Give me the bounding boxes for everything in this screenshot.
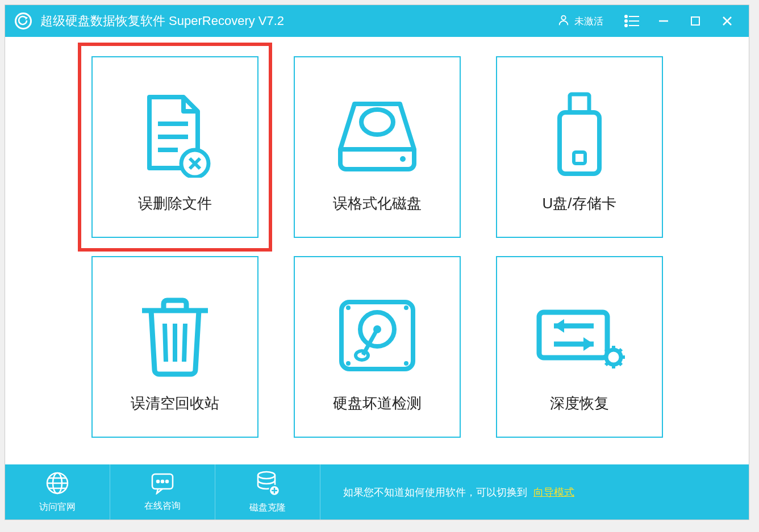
app-window: 超级硬盘数据恢复软件 SuperRecovery V7.2 未激活 xyxy=(5,5,749,520)
svg-point-36 xyxy=(404,305,408,310)
document-delete-icon xyxy=(138,81,212,189)
svg-point-3 xyxy=(561,15,565,19)
svg-point-4 xyxy=(625,15,627,18)
disk-check-icon xyxy=(335,281,420,389)
svg-point-37 xyxy=(346,361,351,366)
svg-point-38 xyxy=(404,361,408,366)
svg-point-8 xyxy=(625,24,627,27)
deep-recover-icon xyxy=(531,281,628,389)
option-deleted-files[interactable]: 误删除文件 xyxy=(91,56,258,238)
option-formatted-disk[interactable]: 误格式化磁盘 xyxy=(294,56,461,238)
option-label: 硬盘坏道检测 xyxy=(333,393,422,413)
chat-icon xyxy=(150,472,175,497)
svg-point-35 xyxy=(346,305,351,310)
option-bad-sector[interactable]: 硬盘坏道检测 xyxy=(294,256,461,438)
drive-scan-icon xyxy=(335,81,420,189)
option-recycle-bin[interactable]: 误清空回收站 xyxy=(91,256,258,438)
app-title: 超级硬盘数据恢复软件 SuperRecovery V7.2 xyxy=(40,12,557,30)
activation-button[interactable]: 未激活 xyxy=(557,14,603,29)
disk-clone-icon xyxy=(255,470,280,499)
svg-rect-23 xyxy=(570,94,589,112)
option-usb-card[interactable]: U盘/存储卡 xyxy=(496,56,663,238)
svg-rect-25 xyxy=(574,152,585,164)
wizard-mode-link[interactable]: 向导模式 xyxy=(533,487,574,498)
svg-point-58 xyxy=(161,480,164,483)
svg-point-34 xyxy=(356,351,368,360)
footer-btn-label: 访问官网 xyxy=(39,501,76,513)
trash-icon xyxy=(135,281,215,389)
svg-point-57 xyxy=(157,480,159,483)
svg-point-20 xyxy=(361,110,393,135)
footer-hint-text: 如果您不知道如何使用软件，可以切换到 xyxy=(343,487,527,498)
svg-point-59 xyxy=(166,480,168,483)
activation-status: 未激活 xyxy=(574,15,603,28)
svg-point-60 xyxy=(258,472,275,479)
option-label: 误格式化磁盘 xyxy=(333,194,422,213)
options-grid: 误删除文件 误格式化磁盘 xyxy=(91,56,663,438)
footer-hint: 如果您不知道如何使用软件，可以切换到 向导模式 xyxy=(320,485,749,499)
svg-rect-11 xyxy=(691,17,699,25)
maximize-button[interactable] xyxy=(679,5,711,37)
titlebar: 超级硬盘数据恢复软件 SuperRecovery V7.2 未激活 xyxy=(5,5,749,37)
svg-line-52 xyxy=(619,349,622,352)
footer: 访问官网 在线咨询 磁盘克隆 如果您不知道如何使用软件，可以切换到 向导模式 xyxy=(5,464,749,520)
usb-icon xyxy=(554,81,605,189)
globe-icon xyxy=(45,471,70,498)
option-label: 误清空回收站 xyxy=(131,393,219,413)
footer-chat-button[interactable]: 在线咨询 xyxy=(110,464,215,520)
footer-clone-button[interactable]: 磁盘克隆 xyxy=(215,464,320,520)
svg-line-51 xyxy=(606,362,608,365)
option-label: U盘/存储卡 xyxy=(543,194,616,213)
menu-button[interactable] xyxy=(616,5,648,37)
svg-rect-39 xyxy=(539,312,607,358)
option-deep-recovery[interactable]: 深度恢复 xyxy=(496,256,663,438)
main-content: 误删除文件 误格式化磁盘 xyxy=(5,37,749,464)
option-label: 深度恢复 xyxy=(550,393,609,413)
svg-line-29 xyxy=(184,324,185,362)
svg-line-50 xyxy=(619,362,622,365)
svg-point-22 xyxy=(400,156,406,162)
close-button[interactable] xyxy=(711,5,743,37)
footer-btn-label: 在线咨询 xyxy=(144,500,181,512)
svg-point-6 xyxy=(625,20,627,22)
footer-btn-label: 磁盘克隆 xyxy=(249,502,286,514)
app-logo-icon xyxy=(14,12,32,30)
option-label: 误删除文件 xyxy=(138,194,212,213)
person-icon xyxy=(557,14,570,29)
footer-website-button[interactable]: 访问官网 xyxy=(5,464,110,520)
minimize-button[interactable] xyxy=(648,5,679,37)
svg-marker-43 xyxy=(583,337,594,351)
svg-line-49 xyxy=(606,349,608,352)
svg-marker-41 xyxy=(554,319,564,333)
svg-line-27 xyxy=(165,324,166,362)
